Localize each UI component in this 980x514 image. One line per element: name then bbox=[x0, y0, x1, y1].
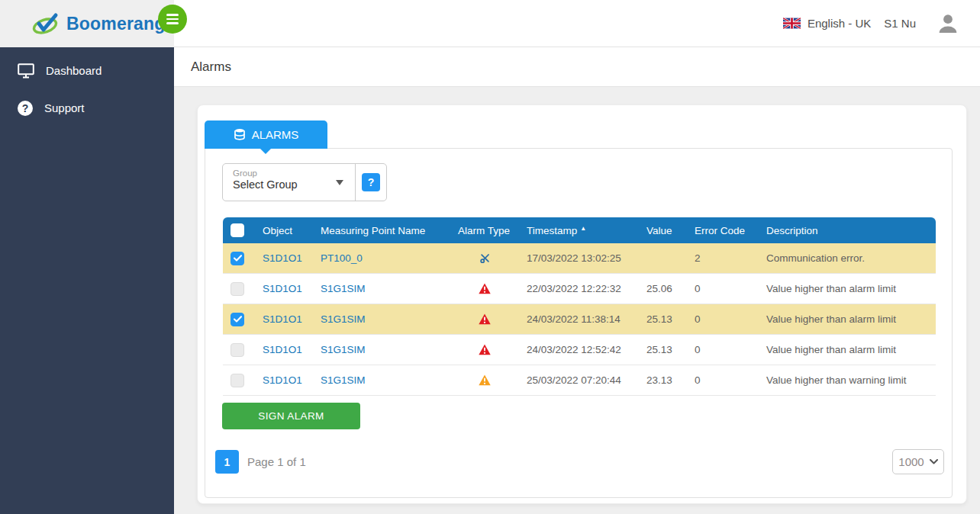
page-title: Alarms bbox=[191, 59, 231, 75]
alarms-card: ALARMS Group Select Group ? Ob bbox=[197, 104, 967, 504]
column-header-error-code[interactable]: Error Code bbox=[687, 225, 759, 236]
timestamp-cell: 25/03/2022 07:20:44 bbox=[519, 374, 639, 386]
alarms-table: Object Measuring Point Name Alarm Type T… bbox=[223, 217, 936, 396]
row-checkbox[interactable] bbox=[230, 252, 244, 265]
uk-flag-icon bbox=[783, 18, 801, 29]
page-number-button[interactable]: 1 bbox=[215, 450, 239, 474]
language-selector[interactable]: English - UK bbox=[783, 17, 871, 30]
group-select-label: Group bbox=[233, 169, 355, 178]
measuring-point-link[interactable]: PT100_0 bbox=[321, 252, 363, 264]
measuring-point-link[interactable]: S1G1SIM bbox=[321, 374, 366, 386]
timestamp-cell: 22/03/2022 12:22:32 bbox=[519, 283, 639, 294]
select-all-checkbox[interactable] bbox=[230, 223, 244, 237]
object-link[interactable]: S1D1O1 bbox=[263, 313, 302, 325]
row-checkbox[interactable] bbox=[230, 282, 244, 296]
brand-name: Boomerang bbox=[66, 14, 166, 34]
boomerang-logo-icon bbox=[32, 11, 60, 36]
object-link[interactable]: S1D1O1 bbox=[263, 252, 302, 264]
group-select[interactable]: Group Select Group bbox=[223, 164, 355, 201]
pagination: 1 Page 1 of 1 bbox=[215, 450, 306, 474]
tab-caret-icon bbox=[260, 149, 271, 154]
value-cell: 25.13 bbox=[639, 344, 687, 355]
sign-alarm-button[interactable]: SIGN ALARM bbox=[222, 403, 360, 429]
description-cell: Value higher than alarm limit bbox=[759, 344, 936, 355]
measuring-point-link[interactable]: S1G1SIM bbox=[321, 313, 366, 325]
question-circle-icon: ? bbox=[18, 101, 33, 116]
broken-link-icon bbox=[479, 252, 491, 264]
value-cell: 25.13 bbox=[639, 313, 687, 325]
table-row: S1D1O1 S1G1SIM 22/03/2022 12:22:32 25.06… bbox=[223, 274, 936, 304]
hamburger-menu-button[interactable] bbox=[158, 5, 187, 34]
main-content: Alarms ALARMS Group Select Group ? bbox=[174, 47, 980, 514]
error-code-cell: 0 bbox=[687, 374, 759, 386]
measuring-point-link[interactable]: S1G1SIM bbox=[321, 344, 366, 355]
hamburger-icon bbox=[166, 14, 179, 16]
logo: Boomerang bbox=[0, 0, 174, 47]
description-cell: Communication error. bbox=[759, 252, 936, 264]
table-header: Object Measuring Point Name Alarm Type T… bbox=[223, 217, 936, 243]
error-code-cell: 2 bbox=[687, 252, 759, 264]
value-cell: 25.06 bbox=[639, 283, 687, 294]
sidebar-item-label: Dashboard bbox=[46, 64, 102, 77]
error-code-cell: 0 bbox=[687, 344, 759, 355]
username-label: S1 Nu bbox=[884, 17, 916, 30]
table-row: S1D1O1 S1G1SIM 24/03/2022 12:52:42 25.13… bbox=[223, 335, 936, 365]
column-header-description[interactable]: Description bbox=[759, 225, 936, 236]
table-row: S1D1O1 PT100_0 17/03/2022 13:02:25 2 Com… bbox=[223, 243, 936, 274]
column-header-timestamp[interactable]: Timestamp▲ bbox=[519, 225, 639, 236]
table-body: S1D1O1 PT100_0 17/03/2022 13:02:25 2 Com… bbox=[223, 243, 936, 396]
warning-triangle-icon bbox=[479, 374, 491, 386]
help-button[interactable]: ? bbox=[362, 173, 380, 191]
description-cell: Value higher than alarm limit bbox=[759, 283, 936, 294]
tab-label: ALARMS bbox=[252, 128, 299, 141]
object-link[interactable]: S1D1O1 bbox=[263, 374, 302, 386]
alarm-triangle-icon bbox=[479, 313, 491, 325]
user-avatar-icon[interactable] bbox=[936, 11, 960, 36]
timestamp-cell: 24/03/2022 11:38:14 bbox=[519, 313, 639, 325]
column-header-alarm-type[interactable]: Alarm Type bbox=[450, 225, 519, 236]
chevron-down-icon bbox=[930, 459, 938, 464]
database-icon bbox=[234, 128, 246, 141]
row-checkbox[interactable] bbox=[230, 374, 244, 387]
column-header-measuring-point-name[interactable]: Measuring Point Name bbox=[313, 225, 450, 236]
group-filter: Group Select Group ? bbox=[222, 163, 387, 201]
timestamp-cell: 24/03/2022 12:52:42 bbox=[519, 344, 639, 355]
topbar: English - UK S1 Nu bbox=[174, 0, 980, 47]
caret-up-icon: ▲ bbox=[580, 225, 586, 232]
tab-alarms[interactable]: ALARMS bbox=[205, 120, 327, 149]
description-cell: Value higher than alarm limit bbox=[759, 313, 936, 325]
page-size-select[interactable]: 1000 bbox=[892, 449, 944, 474]
sidebar-item-dashboard[interactable]: Dashboard bbox=[0, 52, 174, 89]
sidebar-item-support[interactable]: ? Support bbox=[0, 89, 174, 127]
column-header-object[interactable]: Object bbox=[255, 225, 313, 236]
object-link[interactable]: S1D1O1 bbox=[263, 283, 302, 294]
row-checkbox[interactable] bbox=[230, 343, 244, 357]
measuring-point-link[interactable]: S1G1SIM bbox=[321, 283, 366, 294]
error-code-cell: 0 bbox=[687, 283, 759, 294]
description-cell: Value higher than warning limit bbox=[759, 374, 936, 386]
object-link[interactable]: S1D1O1 bbox=[263, 344, 302, 355]
title-bar: Alarms bbox=[174, 47, 980, 87]
table-row: S1D1O1 S1G1SIM 25/03/2022 07:20:44 23.13… bbox=[223, 365, 936, 396]
monitor-icon bbox=[18, 63, 34, 79]
column-header-value[interactable]: Value bbox=[639, 225, 687, 236]
language-label: English - UK bbox=[808, 17, 871, 30]
sidebar-item-label: Support bbox=[44, 101, 85, 114]
caret-down-icon bbox=[336, 180, 343, 185]
alarm-triangle-icon bbox=[479, 283, 491, 294]
error-code-cell: 0 bbox=[687, 313, 759, 325]
table-row: S1D1O1 S1G1SIM 24/03/2022 11:38:14 25.13… bbox=[223, 304, 936, 335]
sidebar: Dashboard ? Support bbox=[0, 47, 174, 514]
row-checkbox[interactable] bbox=[230, 313, 244, 326]
alarm-triangle-icon bbox=[479, 344, 491, 355]
timestamp-cell: 17/03/2022 13:02:25 bbox=[519, 252, 639, 264]
alarms-panel: Group Select Group ? Object Measuring Po… bbox=[205, 148, 953, 498]
value-cell: 23.13 bbox=[639, 374, 687, 386]
help-cell: ? bbox=[355, 164, 386, 201]
page-count-label: Page 1 of 1 bbox=[247, 455, 306, 468]
